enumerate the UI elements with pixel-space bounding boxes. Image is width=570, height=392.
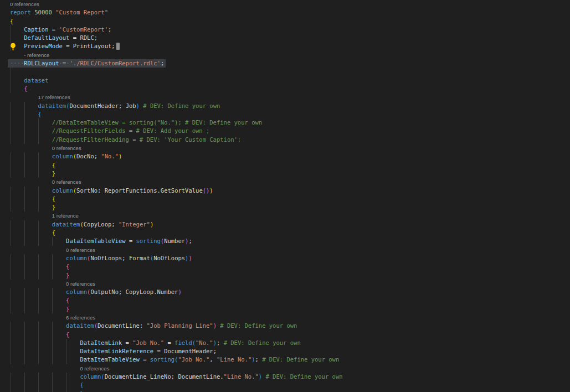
code-line-text: { — [0, 161, 55, 169]
code-token: } — [66, 306, 69, 312]
code-line[interactable]: DataItemLinkReference = DocumentHeader; — [0, 347, 570, 355]
code-line-text: dataitem(CopyLoop; "Integer") — [0, 220, 153, 229]
code-line[interactable]: PreviewMode = PrintLayout; — [0, 42, 570, 50]
code-line[interactable]: dataitem(DocumentLine; "Job Planning Lin… — [0, 322, 570, 330]
code-token: report — [10, 9, 31, 16]
codelens-references-label[interactable]: 0 references — [0, 144, 81, 153]
code-line[interactable]: report 50000 "Custom Report" — [0, 8, 570, 17]
code-token: PrintLayout — [73, 43, 112, 49]
code-line[interactable]: column(DocNo; "No.") — [0, 152, 570, 161]
codelens-references-label[interactable]: 0 references — [0, 364, 109, 373]
codelens-references-label[interactable]: 0 references — [0, 280, 95, 288]
empty-line[interactable] — [0, 68, 570, 76]
code-line[interactable]: { — [0, 296, 570, 305]
code-line[interactable]: //DataItemTableView = sorting("No."); # … — [0, 118, 570, 127]
code-token: # DEV: Define your own — [262, 356, 339, 363]
code-line[interactable]: } — [0, 390, 570, 392]
code-line-text: DataItemTableView = sorting(Number); — [0, 237, 192, 245]
codelens-line[interactable]: 6 references — [0, 313, 570, 322]
code-line[interactable]: { — [0, 331, 570, 339]
code-token: ) — [209, 187, 213, 194]
code-line[interactable]: { — [0, 161, 570, 169]
code-line[interactable]: DataItemTableView = sorting("Job No.", "… — [0, 355, 570, 364]
code-line[interactable]: } — [0, 203, 570, 212]
code-line[interactable]: dataitem(CopyLoop; "Integer") — [0, 220, 570, 229]
code-line[interactable]: //RequestFilterHeading = # DEV: 'Your Cu… — [0, 136, 570, 144]
code-line-text: } — [0, 305, 69, 313]
code-line[interactable]: { — [0, 17, 570, 25]
code-token: = — [140, 356, 150, 363]
text-cursor — [116, 43, 120, 50]
code-line[interactable]: //RequestFilterFields = # DEV: Add your … — [0, 127, 570, 135]
code-line-text: { — [0, 229, 55, 237]
codelens-line[interactable]: 17 references — [0, 93, 570, 101]
code-line[interactable]: Caption = 'CustomReport'; — [0, 25, 570, 34]
code-line[interactable]: DataItemTableView = sorting(Number); — [0, 237, 570, 245]
code-line[interactable]: { — [0, 381, 570, 389]
codelens-references-label[interactable]: 0 references — [0, 178, 81, 187]
code-token: ; — [255, 356, 263, 363]
codelens-line[interactable]: 0 references — [0, 246, 570, 254]
code-token: DataItemTableView — [66, 238, 125, 244]
code-line[interactable]: column(SortNo; ReportFunctions.GetSortVa… — [0, 187, 570, 195]
codelens-line[interactable]: - reference — [0, 51, 570, 59]
code-line-text: { — [0, 110, 42, 118]
lightbulb-icon[interactable] — [9, 43, 17, 50]
code-line[interactable]: ····RDLCLayout·=·'./RDLC/CustomReport.rd… — [0, 59, 570, 68]
code-token: { — [66, 297, 69, 303]
code-line[interactable]: { — [0, 262, 570, 271]
code-token: "Job No." — [132, 339, 164, 346]
code-line[interactable]: column(DocumentLine_LineNo; DocumentLine… — [0, 373, 570, 381]
code-token: DataItemLinkReference — [80, 348, 153, 354]
code-line[interactable]: } — [0, 271, 570, 280]
code-line[interactable]: { — [0, 229, 570, 237]
codelens-references-label[interactable]: 17 references — [0, 93, 70, 102]
codelens-references-label[interactable]: 0 references — [0, 0, 39, 9]
codelens-references-label[interactable]: 1 reference — [0, 212, 79, 220]
code-token: //DataItemTableView = sorting("No."); # … — [52, 119, 262, 126]
codelens-line[interactable]: 0 references — [0, 0, 570, 8]
codelens-line[interactable]: 0 references — [0, 280, 570, 288]
codelens-line[interactable]: 0 references — [0, 364, 570, 373]
codelens-line[interactable]: 0 references — [0, 144, 570, 152]
code-line-text: column(SortNo; ReportFunctions.GetSortVa… — [0, 187, 213, 195]
code-token: = — [122, 339, 132, 346]
code-token: './RDLC/CustomReport.rdlc' — [70, 60, 161, 66]
code-line[interactable]: { — [0, 85, 570, 93]
code-token: dataset — [24, 77, 48, 84]
code-token: "Line No." — [217, 356, 251, 363]
code-token: 50000 — [34, 9, 52, 16]
code-line-text: Caption = 'CustomReport'; — [0, 25, 111, 34]
code-token: //RequestFilterHeading = # DEV: 'Your Cu… — [52, 136, 241, 143]
code-token: dataitem — [66, 322, 94, 329]
code-line[interactable]: dataitem(DocumentHeader; Job) # DEV: Def… — [0, 102, 570, 110]
code-token: () — [203, 187, 210, 194]
code-line-text: report 50000 "Custom Report" — [0, 8, 108, 17]
codelens-references-label[interactable]: 6 references — [0, 313, 95, 322]
code-line[interactable]: DataItemLink = "Job No." = field("No.");… — [0, 339, 570, 347]
code-line-text: dataitem(DocumentLine; "Job Planning Lin… — [0, 322, 297, 330]
code-editor[interactable]: 0 referencesreport 50000 "Custom Report"… — [0, 0, 570, 392]
code-line[interactable]: { — [0, 195, 570, 203]
code-token: Caption — [24, 26, 48, 33]
code-token: column — [52, 153, 73, 159]
codelens-line[interactable]: 0 references — [0, 178, 570, 186]
codelens-references-label[interactable]: 0 references — [0, 246, 95, 255]
code-token: //RequestFilterFields = # DEV: Add your … — [52, 127, 209, 134]
code-token: ; — [161, 60, 164, 66]
code-line[interactable]: DefaultLayout = RDLC; — [0, 34, 570, 42]
code-line[interactable]: dataset — [0, 76, 570, 85]
code-line[interactable]: } — [0, 305, 570, 313]
code-token: ; — [213, 348, 217, 354]
codelens-references-label[interactable]: - reference — [0, 51, 49, 60]
code-line-text: //RequestFilterHeading = # DEV: 'Your Cu… — [0, 136, 241, 144]
code-line[interactable]: column(NoOfLoops; Format(NoOfLoops)) — [0, 254, 570, 262]
code-token: dataitem — [52, 221, 80, 228]
code-line[interactable]: { — [0, 110, 570, 118]
codelens-line[interactable]: 1 reference — [0, 212, 570, 220]
code-line[interactable]: } — [0, 169, 570, 178]
code-token: "Integer" — [119, 221, 150, 228]
code-line-text: } — [0, 271, 69, 280]
code-line-text: DataItemLinkReference = DocumentHeader; — [0, 347, 217, 355]
code-line[interactable]: column(OutputNo; CopyLoop.Number) — [0, 288, 570, 296]
